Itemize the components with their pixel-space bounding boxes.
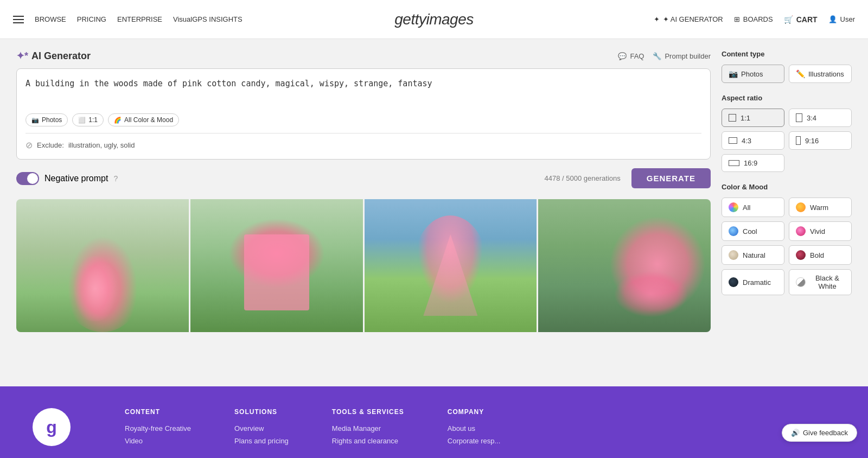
- mood-cool-label: Cool: [743, 227, 757, 236]
- tag-ratio[interactable]: ⬜ 1:1: [72, 113, 104, 126]
- help-icon[interactable]: ?: [113, 174, 118, 183]
- prompt-builder-button[interactable]: 🔧 Prompt builder: [653, 52, 711, 60]
- ai-gen-header: ✦* AI Generator 💬 FAQ 🔧 Prompt builder: [16, 50, 711, 62]
- nav-browse[interactable]: BROWSE: [35, 15, 66, 23]
- color-mood-section: Color & Mood All Warm Cool: [722, 183, 852, 295]
- photos-option[interactable]: 📷 Photos: [722, 65, 784, 83]
- mood-bw-icon: [796, 277, 806, 287]
- generated-image-3[interactable]: [365, 199, 537, 332]
- mood-natural-icon: [729, 250, 738, 260]
- boards-nav[interactable]: ⊞ BOARDS: [734, 15, 773, 23]
- user-button[interactable]: 👤 User: [828, 15, 855, 23]
- feedback-button[interactable]: 🔊 Give feedback: [782, 424, 857, 442]
- mood-all-icon: [729, 202, 738, 212]
- footer-link-corporate[interactable]: Corporate resp...: [448, 437, 501, 445]
- faq-label: FAQ: [630, 52, 644, 60]
- ai-gen-title-text: AI Generator: [31, 50, 91, 62]
- footer-link-royalty[interactable]: Royalty-free Creative: [125, 424, 191, 432]
- negative-prompt-toggle[interactable]: [16, 172, 39, 185]
- mood-bold-label: Bold: [810, 251, 824, 259]
- img-overlay-2: [190, 199, 363, 332]
- exclude-icon: ⊘: [25, 140, 33, 150]
- mood-vivid-icon: [796, 226, 806, 236]
- generate-button[interactable]: GENERATE: [631, 168, 711, 188]
- mood-bw[interactable]: Black & White: [789, 269, 852, 295]
- negative-prompt-label: Negative prompt: [44, 174, 108, 183]
- footer-logo[interactable]: g: [33, 408, 71, 446]
- mood-vivid-label: Vivid: [810, 227, 825, 236]
- nav-visualgps[interactable]: VisualGPS INSIGHTS: [173, 15, 242, 23]
- cart-button[interactable]: 🛒 CART: [784, 15, 818, 24]
- aspect-16-9-icon: [729, 160, 739, 166]
- prompt-box: A building in the woods made of pink cot…: [16, 68, 711, 160]
- feedback-label: Give feedback: [803, 429, 848, 437]
- illustrations-option[interactable]: ✏️ Illustrations: [789, 65, 852, 83]
- mood-cool[interactable]: Cool: [722, 221, 784, 241]
- header-right: ✦ ✦ AI GENERATOR ⊞ BOARDS 🛒 CART 👤 User: [654, 15, 855, 24]
- mood-all[interactable]: All: [722, 198, 784, 217]
- footer-link-about[interactable]: About us: [448, 424, 501, 432]
- footer-col-content: CONTENT Royalty-free Creative Video: [125, 408, 191, 449]
- user-label: User: [840, 15, 855, 23]
- img-overlay-1: [16, 199, 189, 332]
- generation-count: 4478 / 5000 generations: [545, 174, 621, 182]
- photos-option-icon: 📷: [729, 69, 738, 78]
- aspect-9-16[interactable]: 9:16: [789, 131, 852, 150]
- mood-natural[interactable]: Natural: [722, 245, 784, 265]
- toggle-row: Negative prompt ?: [16, 172, 118, 185]
- mood-warm[interactable]: Warm: [789, 198, 852, 217]
- mood-bold-icon: [796, 250, 806, 260]
- ai-gen-title: ✦* AI Generator: [16, 50, 91, 62]
- mood-bold[interactable]: Bold: [789, 245, 852, 265]
- tag-color-mood[interactable]: 🌈 All Color & Mood: [108, 113, 179, 126]
- aspect-3-4[interactable]: 3:4: [789, 109, 852, 127]
- footer-link-overview[interactable]: Overview: [234, 424, 289, 432]
- footer-link-plans[interactable]: Plans and pricing: [234, 437, 289, 445]
- generated-image-1[interactable]: [16, 199, 189, 332]
- content-type-section: Content type 📷 Photos ✏️ Illustrations: [722, 50, 852, 83]
- footer-col-company-title: COMPANY: [448, 408, 501, 416]
- aspect-4-3-icon: [729, 137, 737, 144]
- footer-col-company: COMPANY About us Corporate resp...: [448, 408, 501, 449]
- color-tag-icon: 🌈: [114, 117, 122, 124]
- generated-image-4[interactable]: [538, 199, 711, 332]
- mood-vivid[interactable]: Vivid: [789, 221, 852, 241]
- nav-enterprise[interactable]: ENTERPRISE: [117, 15, 162, 23]
- img-overlay-4: [538, 199, 711, 332]
- generated-image-2[interactable]: [190, 199, 363, 332]
- controls-row: Negative prompt ? 4478 / 5000 generation…: [16, 168, 711, 188]
- mood-warm-label: Warm: [810, 203, 828, 212]
- aspect-16-9[interactable]: 16:9: [722, 154, 784, 172]
- faq-button[interactable]: 💬 FAQ: [618, 52, 644, 60]
- aspect-3-4-icon: [796, 113, 802, 122]
- ai-generator-nav-label: ✦ AI GENERATOR: [663, 15, 723, 23]
- aspect-4-3-label: 4:3: [742, 137, 751, 145]
- tag-photos[interactable]: 📷 Photos: [25, 113, 68, 126]
- aspect-9-16-label: 9:16: [805, 137, 819, 145]
- aspect-1-1-icon: [729, 114, 736, 122]
- ai-generator-nav[interactable]: ✦ ✦ AI GENERATOR: [654, 15, 723, 23]
- mood-bw-label: Black & White: [810, 274, 845, 290]
- mood-all-label: All: [743, 203, 750, 212]
- aspect-4-3[interactable]: 4:3: [722, 131, 784, 150]
- footer-link-rights[interactable]: Rights and clearance: [332, 437, 404, 445]
- photos-tag-icon: 📷: [31, 117, 39, 124]
- prompt-tags: 📷 Photos ⬜ 1:1 🌈 All Color & Mood: [25, 113, 701, 126]
- prompt-divider: [25, 133, 701, 133]
- getty-logo[interactable]: gettyimages: [394, 11, 473, 28]
- footer-link-media-manager[interactable]: Media Manager: [332, 424, 404, 432]
- color-mood-title: Color & Mood: [722, 183, 852, 191]
- prompt-input[interactable]: A building in the woods made of pink cot…: [25, 78, 701, 105]
- nav-pricing[interactable]: PRICING: [77, 15, 106, 23]
- aspect-ratio-title: Aspect ratio: [722, 94, 852, 102]
- footer-link-video[interactable]: Video: [125, 437, 191, 445]
- ai-generator-left: ✦* AI Generator 💬 FAQ 🔧 Prompt builder: [16, 50, 711, 332]
- tag-color-mood-label: All Color & Mood: [124, 116, 173, 124]
- footer-col-solutions: SOLUTIONS Overview Plans and pricing: [234, 408, 289, 449]
- illustrations-option-label: Illustrations: [808, 70, 844, 78]
- mood-dramatic[interactable]: Dramatic: [722, 269, 784, 295]
- tag-photos-label: Photos: [42, 116, 62, 124]
- aspect-1-1[interactable]: 1:1: [722, 109, 784, 127]
- hamburger-menu[interactable]: [13, 16, 24, 23]
- prompt-builder-icon: 🔧: [653, 52, 661, 60]
